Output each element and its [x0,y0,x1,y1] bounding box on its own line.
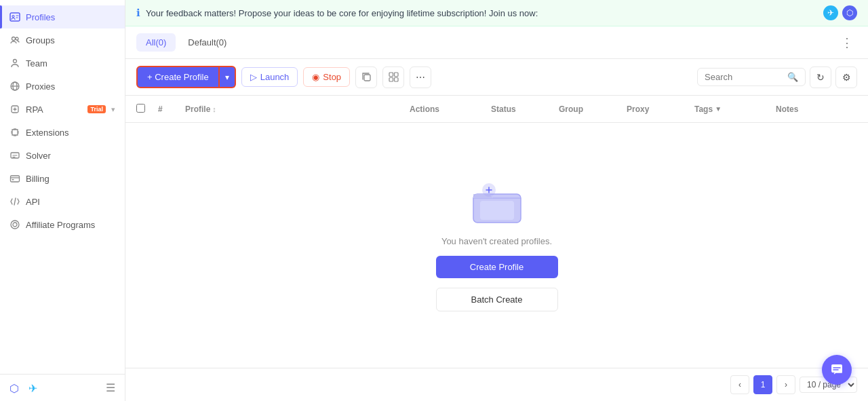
sidebar-item-extensions[interactable]: Extensions [0,121,125,144]
toolbar: + Create Profile ▾ ▷ Launch ◉ Stop [125,59,868,96]
feedback-banner: ℹ Your feedback matters! Propose your id… [125,0,868,26]
rpa-icon [9,104,20,115]
grid-button[interactable] [382,66,404,88]
chat-bubble-button[interactable] [822,355,852,385]
svg-rect-21 [831,364,842,373]
tab-default[interactable]: Default(0) [178,33,236,52]
svg-point-3 [16,37,18,40]
pagination: ‹ 1 › 10 / page 20 / page 50 / page [125,368,868,401]
tab-all[interactable]: All(0) [136,33,176,52]
svg-rect-17 [394,78,398,82]
create-profile-button[interactable]: + Create Profile [136,66,220,88]
create-profile-dropdown-button[interactable]: ▾ [220,66,236,88]
empty-state: You haven't created profiles. Create Pro… [125,123,868,368]
info-icon: ℹ [136,7,140,19]
sidebar-item-proxies[interactable]: Proxies [0,75,125,98]
svg-point-11 [13,223,17,227]
empty-folder-icon [470,179,524,227]
sidebar-item-label: Team [26,58,115,69]
col-notes: Notes [776,104,857,114]
svg-rect-19 [480,201,514,220]
svg-point-1 [12,16,14,18]
sidebar-bottom: ⬡ ✈ ☰ [0,374,125,401]
settings-button[interactable]: ⚙ [835,66,857,88]
sidebar-item-label: Proxies [26,81,115,92]
sidebar-item-api[interactable]: API [0,190,125,213]
sidebar-item-label: Extensions [26,128,115,138]
empty-message: You haven't created profiles. [441,236,552,246]
more-options-button[interactable]: ⋯ [410,66,431,88]
telegram-social-btn[interactable]: ✈ [823,5,838,20]
col-status: Status [491,104,559,114]
groups-icon [9,35,20,45]
toolbar-right: 🔍 ↻ ⚙ [697,66,857,88]
sidebar: Profiles Groups Team [0,0,125,401]
svg-rect-10 [12,179,14,180]
svg-rect-15 [394,73,398,77]
sidebar-item-label: Affiliate Programs [26,220,115,230]
sidebar-item-label: RPA [26,104,81,115]
sidebar-item-groups[interactable]: Groups [0,28,125,52]
page-1-button[interactable]: 1 [753,375,772,394]
sidebar-item-label: Profiles [26,12,115,22]
svg-rect-16 [389,78,393,82]
svg-rect-0 [10,13,20,21]
create-profile-group: + Create Profile ▾ [136,66,236,88]
col-profile[interactable]: Profile ↕ [185,104,410,114]
select-all-checkbox[interactable] [136,104,145,113]
banner-social: ✈ ⬡ [823,5,857,20]
sidebar-item-team[interactable]: Team [0,52,125,75]
sidebar-item-label: Groups [26,35,115,45]
play-icon: ▷ [250,72,257,82]
main-content: ℹ Your feedback matters! Propose your id… [125,0,868,401]
svg-point-4 [14,60,17,63]
sidebar-item-label: Billing [26,174,115,184]
sidebar-item-rpa[interactable]: RPA Trial ▾ [0,98,125,121]
menu-icon[interactable]: ☰ [106,381,115,394]
stop-button[interactable]: ◉ Stop [303,67,350,87]
sidebar-item-profiles[interactable]: Profiles [0,5,125,28]
col-number: # [158,104,185,114]
banner-text: Your feedback matters! Propose your idea… [146,8,818,18]
svg-point-2 [12,37,16,41]
proxies-icon [9,81,20,92]
discord-social-btn[interactable]: ⬡ [842,5,857,20]
col-actions: Actions [410,104,491,114]
copy-button[interactable] [355,66,377,88]
svg-point-12 [11,221,19,229]
col-tags[interactable]: Tags ▼ [694,104,776,114]
launch-button[interactable]: ▷ Launch [241,67,298,87]
checkbox-col[interactable] [136,104,158,115]
search-box[interactable]: 🔍 [697,68,806,86]
next-page-button[interactable]: › [776,375,795,394]
sidebar-item-solver[interactable]: Solver [0,144,125,167]
solver-icon [9,150,20,161]
content-area: All(0) Default(0) ⋮ + Create Profile ▾ ▷… [125,26,868,401]
svg-rect-14 [389,73,393,77]
telegram-icon[interactable]: ✈ [28,382,41,394]
discord-icon[interactable]: ⬡ [9,382,22,394]
affiliate-icon [9,219,20,230]
sidebar-item-affiliate[interactable]: Affiliate Programs [0,213,125,236]
batch-create-button[interactable]: Batch Create [436,288,558,311]
col-group: Group [559,104,627,114]
search-icon: 🔍 [787,72,798,82]
empty-create-profile-button[interactable]: Create Profile [436,256,558,278]
refresh-button[interactable]: ↻ [810,66,831,88]
table-header: # Profile ↕ Actions Status Group Proxy T… [125,96,868,123]
search-input[interactable] [705,72,783,82]
sidebar-item-label: API [26,197,115,207]
prev-page-button[interactable]: ‹ [730,375,749,394]
col-proxy: Proxy [627,104,694,114]
api-icon [9,196,20,207]
svg-rect-9 [11,176,20,182]
tab-more-button[interactable]: ⋮ [837,34,857,52]
tabs-bar: All(0) Default(0) ⋮ [125,26,868,59]
billing-icon [9,173,20,184]
sidebar-nav: Profiles Groups Team [0,0,125,374]
stop-icon: ◉ [312,72,319,82]
sidebar-item-billing[interactable]: Billing [0,167,125,190]
sidebar-item-label: Solver [26,151,115,161]
trial-badge: Trial [87,105,106,113]
chevron-down-icon: ▾ [111,105,115,114]
